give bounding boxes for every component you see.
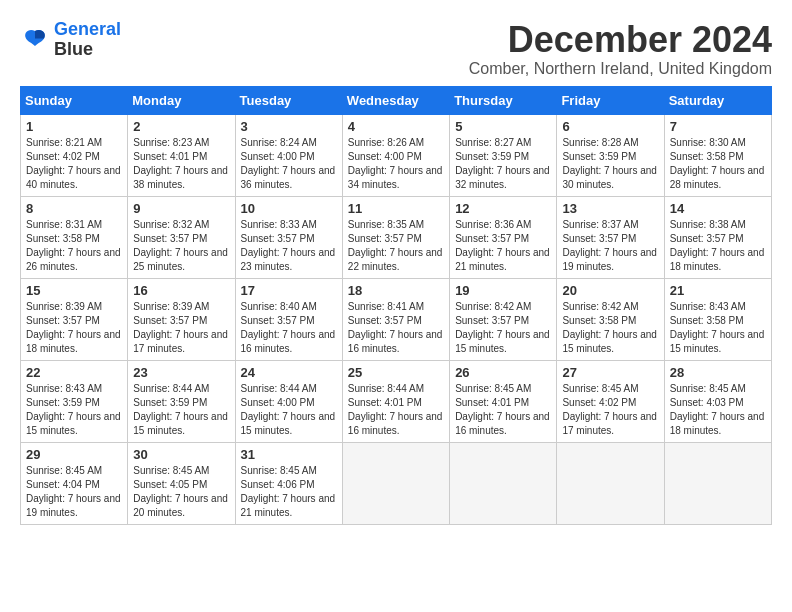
logo-line2: Blue	[54, 40, 121, 60]
sunrise-label: Sunrise: 8:45 AM	[26, 465, 102, 476]
daylight-label: Daylight: 7 hours and 17 minutes.	[562, 411, 657, 436]
daylight-label: Daylight: 7 hours and 21 minutes.	[455, 247, 550, 272]
sunrise-label: Sunrise: 8:44 AM	[133, 383, 209, 394]
day-info: Sunrise: 8:35 AM Sunset: 3:57 PM Dayligh…	[348, 218, 444, 274]
sunrise-label: Sunrise: 8:40 AM	[241, 301, 317, 312]
sunset-label: Sunset: 3:57 PM	[562, 233, 636, 244]
day-number: 28	[670, 365, 766, 380]
calendar-week-row: 22 Sunrise: 8:43 AM Sunset: 3:59 PM Dayl…	[21, 360, 772, 442]
table-row: 13 Sunrise: 8:37 AM Sunset: 3:57 PM Dayl…	[557, 196, 664, 278]
sunset-label: Sunset: 3:57 PM	[348, 315, 422, 326]
table-row: 14 Sunrise: 8:38 AM Sunset: 3:57 PM Dayl…	[664, 196, 771, 278]
calendar-table: Sunday Monday Tuesday Wednesday Thursday…	[20, 86, 772, 525]
day-info: Sunrise: 8:45 AM Sunset: 4:05 PM Dayligh…	[133, 464, 229, 520]
daylight-label: Daylight: 7 hours and 19 minutes.	[562, 247, 657, 272]
day-number: 11	[348, 201, 444, 216]
table-row: 25 Sunrise: 8:44 AM Sunset: 4:01 PM Dayl…	[342, 360, 449, 442]
daylight-label: Daylight: 7 hours and 15 minutes.	[562, 329, 657, 354]
sunset-label: Sunset: 4:04 PM	[26, 479, 100, 490]
sunset-label: Sunset: 4:00 PM	[348, 151, 422, 162]
col-wednesday: Wednesday	[342, 86, 449, 114]
day-info: Sunrise: 8:38 AM Sunset: 3:57 PM Dayligh…	[670, 218, 766, 274]
sunset-label: Sunset: 3:58 PM	[670, 315, 744, 326]
day-number: 31	[241, 447, 337, 462]
daylight-label: Daylight: 7 hours and 21 minutes.	[241, 493, 336, 518]
page-header: General Blue December 2024 Comber, North…	[20, 20, 772, 78]
day-number: 4	[348, 119, 444, 134]
month-title: December 2024	[469, 20, 772, 60]
col-tuesday: Tuesday	[235, 86, 342, 114]
table-row: 11 Sunrise: 8:35 AM Sunset: 3:57 PM Dayl…	[342, 196, 449, 278]
calendar-week-row: 29 Sunrise: 8:45 AM Sunset: 4:04 PM Dayl…	[21, 442, 772, 524]
day-info: Sunrise: 8:28 AM Sunset: 3:59 PM Dayligh…	[562, 136, 658, 192]
table-row: 15 Sunrise: 8:39 AM Sunset: 3:57 PM Dayl…	[21, 278, 128, 360]
table-row: 16 Sunrise: 8:39 AM Sunset: 3:57 PM Dayl…	[128, 278, 235, 360]
table-row: 26 Sunrise: 8:45 AM Sunset: 4:01 PM Dayl…	[450, 360, 557, 442]
daylight-label: Daylight: 7 hours and 16 minutes.	[455, 411, 550, 436]
daylight-label: Daylight: 7 hours and 18 minutes.	[26, 329, 121, 354]
daylight-label: Daylight: 7 hours and 36 minutes.	[241, 165, 336, 190]
sunset-label: Sunset: 4:01 PM	[455, 397, 529, 408]
sunset-label: Sunset: 4:01 PM	[348, 397, 422, 408]
calendar-header-row: Sunday Monday Tuesday Wednesday Thursday…	[21, 86, 772, 114]
sunset-label: Sunset: 4:02 PM	[26, 151, 100, 162]
sunset-label: Sunset: 3:58 PM	[670, 151, 744, 162]
sunrise-label: Sunrise: 8:42 AM	[562, 301, 638, 312]
logo-bird-icon	[20, 25, 50, 55]
sunset-label: Sunset: 4:03 PM	[670, 397, 744, 408]
day-info: Sunrise: 8:31 AM Sunset: 3:58 PM Dayligh…	[26, 218, 122, 274]
daylight-label: Daylight: 7 hours and 26 minutes.	[26, 247, 121, 272]
sunrise-label: Sunrise: 8:45 AM	[133, 465, 209, 476]
sunrise-label: Sunrise: 8:26 AM	[348, 137, 424, 148]
day-info: Sunrise: 8:43 AM Sunset: 3:59 PM Dayligh…	[26, 382, 122, 438]
col-monday: Monday	[128, 86, 235, 114]
sunset-label: Sunset: 3:57 PM	[241, 315, 315, 326]
sunrise-label: Sunrise: 8:43 AM	[26, 383, 102, 394]
table-row: 2 Sunrise: 8:23 AM Sunset: 4:01 PM Dayli…	[128, 114, 235, 196]
day-number: 19	[455, 283, 551, 298]
table-row: 19 Sunrise: 8:42 AM Sunset: 3:57 PM Dayl…	[450, 278, 557, 360]
day-info: Sunrise: 8:37 AM Sunset: 3:57 PM Dayligh…	[562, 218, 658, 274]
day-info: Sunrise: 8:42 AM Sunset: 3:57 PM Dayligh…	[455, 300, 551, 356]
table-row: 30 Sunrise: 8:45 AM Sunset: 4:05 PM Dayl…	[128, 442, 235, 524]
sunset-label: Sunset: 3:57 PM	[133, 233, 207, 244]
table-row	[450, 442, 557, 524]
day-number: 1	[26, 119, 122, 134]
table-row: 9 Sunrise: 8:32 AM Sunset: 3:57 PM Dayli…	[128, 196, 235, 278]
sunset-label: Sunset: 3:57 PM	[455, 233, 529, 244]
day-info: Sunrise: 8:41 AM Sunset: 3:57 PM Dayligh…	[348, 300, 444, 356]
day-number: 2	[133, 119, 229, 134]
col-thursday: Thursday	[450, 86, 557, 114]
daylight-label: Daylight: 7 hours and 19 minutes.	[26, 493, 121, 518]
day-number: 15	[26, 283, 122, 298]
day-info: Sunrise: 8:36 AM Sunset: 3:57 PM Dayligh…	[455, 218, 551, 274]
day-number: 25	[348, 365, 444, 380]
sunrise-label: Sunrise: 8:24 AM	[241, 137, 317, 148]
title-section: December 2024 Comber, Northern Ireland, …	[469, 20, 772, 78]
sunrise-label: Sunrise: 8:27 AM	[455, 137, 531, 148]
sunset-label: Sunset: 3:57 PM	[133, 315, 207, 326]
sunrise-label: Sunrise: 8:28 AM	[562, 137, 638, 148]
daylight-label: Daylight: 7 hours and 34 minutes.	[348, 165, 443, 190]
day-info: Sunrise: 8:39 AM Sunset: 3:57 PM Dayligh…	[26, 300, 122, 356]
day-info: Sunrise: 8:33 AM Sunset: 3:57 PM Dayligh…	[241, 218, 337, 274]
logo-text: General Blue	[54, 20, 121, 60]
day-info: Sunrise: 8:45 AM Sunset: 4:04 PM Dayligh…	[26, 464, 122, 520]
day-info: Sunrise: 8:30 AM Sunset: 3:58 PM Dayligh…	[670, 136, 766, 192]
day-number: 12	[455, 201, 551, 216]
sunrise-label: Sunrise: 8:36 AM	[455, 219, 531, 230]
sunrise-label: Sunrise: 8:38 AM	[670, 219, 746, 230]
sunrise-label: Sunrise: 8:30 AM	[670, 137, 746, 148]
table-row: 24 Sunrise: 8:44 AM Sunset: 4:00 PM Dayl…	[235, 360, 342, 442]
day-number: 18	[348, 283, 444, 298]
sunrise-label: Sunrise: 8:41 AM	[348, 301, 424, 312]
day-info: Sunrise: 8:26 AM Sunset: 4:00 PM Dayligh…	[348, 136, 444, 192]
table-row: 10 Sunrise: 8:33 AM Sunset: 3:57 PM Dayl…	[235, 196, 342, 278]
sunrise-label: Sunrise: 8:32 AM	[133, 219, 209, 230]
sunset-label: Sunset: 4:01 PM	[133, 151, 207, 162]
daylight-label: Daylight: 7 hours and 32 minutes.	[455, 165, 550, 190]
sunrise-label: Sunrise: 8:45 AM	[562, 383, 638, 394]
day-number: 17	[241, 283, 337, 298]
day-info: Sunrise: 8:39 AM Sunset: 3:57 PM Dayligh…	[133, 300, 229, 356]
sunset-label: Sunset: 4:00 PM	[241, 397, 315, 408]
